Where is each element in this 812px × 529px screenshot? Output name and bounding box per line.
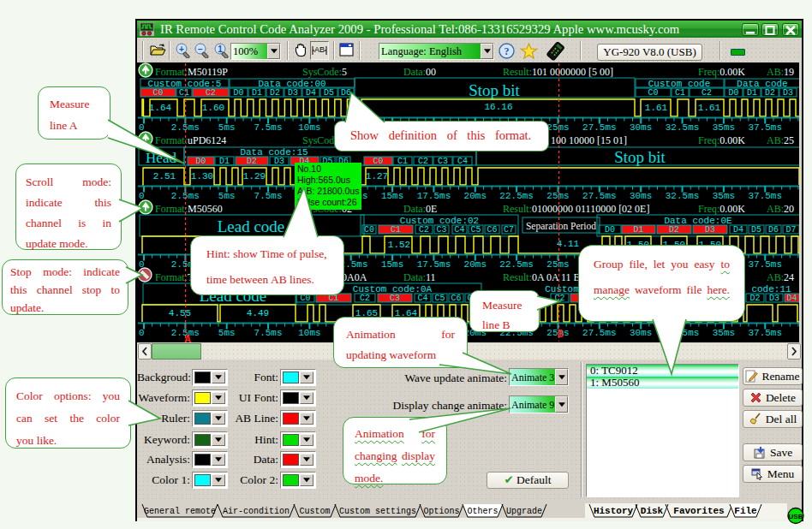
svg-text:D0: D0 — [233, 88, 243, 98]
svg-text:1.60: 1.60 — [202, 103, 224, 113]
svg-text:30ms: 30ms — [630, 328, 652, 338]
svg-text:1.52: 1.52 — [388, 240, 410, 250]
svg-text:Lead code: Lead code — [218, 217, 285, 235]
svg-text:D5: D5 — [324, 88, 334, 98]
svg-text:5ms: 5ms — [218, 122, 236, 133]
svg-text:0: 0 — [139, 328, 145, 338]
svg-text:Result:0A 0A 11 EE: Result:0A 0A 11 EE — [503, 271, 586, 283]
svg-text:C2: C2 — [419, 225, 429, 235]
svg-text:20ms: 20ms — [464, 259, 487, 270]
svg-text:D3: D3 — [769, 294, 779, 303]
svg-text:C0: C0 — [152, 88, 163, 98]
svg-text:27.5ms: 27.5ms — [582, 191, 617, 201]
svg-text:D4: D4 — [786, 294, 797, 303]
svg-text:D4: D4 — [306, 88, 316, 98]
svg-text:37.5ms: 37.5ms — [748, 122, 782, 133]
svg-text:30ms: 30ms — [630, 191, 652, 201]
svg-text:37.5ms: 37.5ms — [748, 328, 782, 338]
svg-text:Head: Head — [146, 150, 176, 166]
svg-text:AB:24: AB:24 — [767, 271, 794, 283]
svg-text:Data:0E: Data:0E — [403, 203, 437, 215]
svg-text:D2: D2 — [765, 88, 775, 98]
svg-text:Custom settings: Custom settings — [339, 507, 416, 516]
svg-text:32.5ms: 32.5ms — [666, 122, 700, 133]
svg-text:17.5ms: 17.5ms — [417, 191, 451, 201]
svg-text:25ms: 25ms — [546, 259, 569, 270]
svg-text:C5: C5 — [434, 294, 445, 303]
svg-text:D6: D6 — [341, 88, 351, 98]
svg-text:C0: C0 — [373, 157, 383, 166]
svg-text:5ms: 5ms — [218, 191, 236, 201]
svg-text:?: ? — [505, 45, 510, 57]
svg-text:Freq:0.00K: Freq:0.00K — [698, 203, 745, 215]
svg-text:C2: C2 — [702, 88, 712, 98]
svg-text:4.49: 4.49 — [247, 308, 269, 318]
svg-text:C1: C1 — [179, 88, 189, 98]
svg-text:C1: C1 — [391, 225, 401, 235]
svg-text:32.5ms: 32.5ms — [666, 191, 700, 201]
svg-text:10ms: 10ms — [298, 122, 320, 133]
svg-text:C4: C4 — [417, 294, 427, 303]
svg-text:22.5ms: 22.5ms — [499, 259, 534, 270]
svg-text:Freq:0.00K: Freq:0.00K — [698, 66, 745, 78]
svg-text:C1: C1 — [675, 88, 685, 98]
svg-text:File: File — [734, 506, 757, 516]
svg-text:0: 0 — [139, 122, 145, 133]
svg-text:35ms: 35ms — [713, 328, 735, 338]
svg-text:−: − — [198, 45, 203, 54]
svg-text:15ms: 15ms — [381, 259, 403, 270]
svg-text:7.5ms: 7.5ms — [254, 122, 283, 133]
svg-text:A: A — [184, 334, 191, 342]
svg-text:4.11: 4.11 — [557, 239, 580, 249]
svg-text:Options: Options — [423, 507, 459, 516]
svg-text:Stop bit: Stop bit — [614, 148, 666, 166]
svg-text:2.51: 2.51 — [153, 171, 176, 181]
svg-text:C2: C2 — [418, 157, 428, 166]
svg-text:D6: D6 — [768, 225, 779, 235]
svg-text:1.64: 1.64 — [149, 103, 172, 113]
svg-text:D3: D3 — [288, 88, 298, 98]
svg-text:D1: D1 — [747, 88, 757, 98]
svg-text:1.61: 1.61 — [645, 103, 668, 113]
svg-text:37.5ms: 37.5ms — [748, 259, 782, 270]
svg-text:C3: C3 — [438, 157, 448, 166]
svg-text:Custom: Custom — [299, 507, 330, 516]
svg-text:D2: D2 — [270, 88, 280, 98]
svg-text:27.5ms: 27.5ms — [582, 328, 617, 338]
svg-text:32.5ms: 32.5ms — [666, 328, 700, 338]
svg-text:C1: C1 — [397, 157, 408, 166]
svg-text:0A0A: 0A0A — [342, 271, 367, 283]
svg-text:C6: C6 — [487, 225, 497, 235]
svg-text:AB:20: AB:20 — [767, 203, 794, 215]
svg-text:Separation Period: Separation Period — [526, 221, 596, 232]
svg-text:37.5ms: 37.5ms — [748, 191, 782, 201]
svg-text:C5: C5 — [470, 225, 481, 235]
svg-text:C0: C0 — [648, 88, 658, 98]
svg-text:1.29: 1.29 — [243, 171, 266, 181]
svg-text:Format:uPD6124: Format:uPD6124 — [155, 134, 226, 146]
svg-text:Others: Others — [467, 507, 498, 516]
svg-text:Favorites: Favorites — [673, 506, 724, 516]
svg-text:D2: D2 — [247, 157, 257, 166]
svg-text:Data code: Data code — [737, 79, 787, 89]
svg-text:AB:19: AB:19 — [767, 66, 794, 78]
svg-text:25ms: 25ms — [546, 191, 569, 201]
svg-text:1.30: 1.30 — [191, 171, 213, 181]
svg-text:16.16: 16.16 — [484, 102, 512, 112]
svg-text:100 10000 [15 01]: 100 10000 [15 01] — [551, 134, 627, 146]
svg-text:1.27: 1.27 — [366, 171, 388, 181]
svg-text:1: 1 — [218, 45, 223, 54]
svg-text:D7: D7 — [785, 225, 796, 235]
svg-text:D2: D2 — [749, 294, 760, 303]
svg-text:+: + — [179, 45, 184, 54]
svg-text:AB:25: AB:25 — [767, 134, 794, 146]
svg-text:Disk: Disk — [641, 506, 664, 516]
svg-text:D0: D0 — [728, 88, 738, 98]
svg-text:Air-condition: Air-condition — [223, 507, 290, 516]
svg-text:C2: C2 — [554, 294, 564, 303]
svg-text:27.5ms: 27.5ms — [582, 122, 617, 133]
svg-text:Format:M50119P: Format:M50119P — [155, 66, 228, 78]
svg-text:Upgrade: Upgrade — [506, 507, 542, 516]
svg-text:C4: C4 — [454, 225, 464, 235]
svg-text:C3: C3 — [436, 225, 446, 235]
